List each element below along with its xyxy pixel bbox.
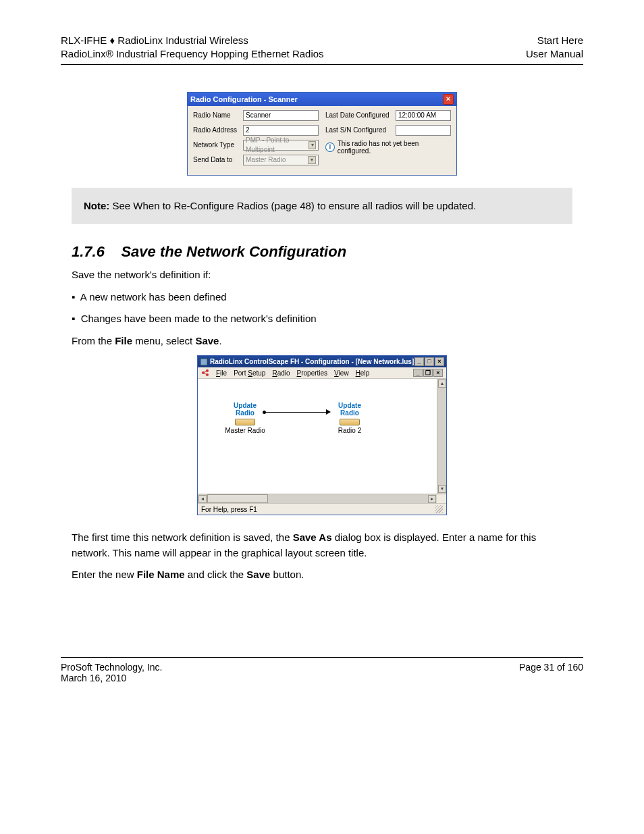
scroll-right-icon[interactable]: ▸ xyxy=(428,495,436,503)
section-number: 1.7.6 xyxy=(72,243,105,260)
network-canvas[interactable]: Update Radio Master Radio Update Radio R… xyxy=(198,379,446,494)
node-caption: Radio 2 xyxy=(329,427,370,434)
radio-config-dialog: Radio Configuration - Scanner × Radio Na… xyxy=(187,92,457,176)
header-left-2: RadioLinx® Industrial Frequency Hopping … xyxy=(61,47,324,61)
after-para-2: Enter the new File Name and click the Sa… xyxy=(72,567,572,583)
minimize-icon[interactable]: _ xyxy=(414,357,424,366)
send-data-to-label: Send Data to xyxy=(193,156,240,163)
send-data-to-select[interactable]: Master Radio ▾ xyxy=(243,155,319,165)
footer-date: March 16, 2010 xyxy=(61,673,162,683)
scroll-left-icon[interactable]: ◂ xyxy=(198,495,207,503)
section-heading: 1.7.6 Save the Network Configuration xyxy=(72,243,572,261)
window-title-text: RadioLinx ControlScape FH - Configuratio… xyxy=(210,358,414,365)
menu-port-setup[interactable]: Port Setup xyxy=(234,369,265,377)
bullet-1: ▪ A new network has been defined xyxy=(72,290,572,305)
menubar: File Port Setup Radio Properties View He… xyxy=(198,367,446,379)
mdi-restore-icon[interactable]: ❐ xyxy=(423,369,433,377)
info-text: This radio has not yet been configured. xyxy=(338,140,451,155)
menu-view[interactable]: View xyxy=(334,369,349,377)
bullet-2: ▪ Changes have been made to the network'… xyxy=(72,311,572,327)
radio-address-label: Radio Address xyxy=(193,126,240,134)
mdi-minimize-icon[interactable]: _ xyxy=(413,369,423,377)
after-para-1: The first time this network definition i… xyxy=(72,530,572,561)
update-label: Update xyxy=(225,402,265,410)
svg-rect-0 xyxy=(200,359,207,365)
close-icon[interactable]: × xyxy=(443,94,454,105)
last-date-label: Last Date Configured xyxy=(325,111,393,119)
radio-2-node[interactable]: Update Radio Radio 2 xyxy=(329,402,370,434)
note-block: Note: See When to Re-Configure Radios (p… xyxy=(72,188,572,225)
info-icon: i xyxy=(325,142,335,152)
dialog-title-text: Radio Configuration - Scanner xyxy=(190,95,298,103)
resize-grip-icon[interactable] xyxy=(435,505,443,513)
footer-left: ProSoft Technology, Inc. xyxy=(61,662,162,673)
page-footer: ProSoft Technology, Inc. March 16, 2010 … xyxy=(61,657,583,683)
network-type-label: Network Type xyxy=(193,141,240,149)
node-caption: Master Radio xyxy=(225,427,265,434)
app-icon xyxy=(200,358,208,366)
section-title: Save the Network Configuration xyxy=(121,243,346,260)
radio-icon xyxy=(235,419,255,425)
arrow-right-icon xyxy=(326,409,331,415)
radio-name-input[interactable]: Scanner xyxy=(243,110,319,121)
header-right-2: User Manual xyxy=(526,47,583,61)
chevron-down-icon[interactable]: ▾ xyxy=(308,141,316,149)
network-type-value: PMP - Point to Multipoint xyxy=(246,136,308,155)
link-line xyxy=(265,412,327,413)
radio-address-input[interactable]: 2 xyxy=(243,125,319,136)
controlscape-window: RadioLinx ControlScape FH - Configuratio… xyxy=(197,355,447,515)
last-sn-label: Last S/N Configured xyxy=(325,126,393,134)
statusbar: For Help, press F1 xyxy=(198,503,446,515)
radio-icon xyxy=(340,419,360,425)
mdi-close-icon[interactable]: × xyxy=(433,369,443,377)
header-rule xyxy=(61,64,583,65)
update-label: Update xyxy=(329,402,370,410)
scroll-up-icon[interactable]: ▴ xyxy=(438,380,446,388)
window-titlebar[interactable]: RadioLinx ControlScape FH - Configuratio… xyxy=(198,356,446,367)
menu-help[interactable]: Help xyxy=(356,369,370,377)
horizontal-scrollbar[interactable]: ◂ ▸ xyxy=(198,494,446,503)
chevron-down-icon[interactable]: ▾ xyxy=(308,156,316,164)
radio-label: Radio xyxy=(329,410,370,417)
section-para: Save the network's definition if: xyxy=(72,267,572,283)
last-sn-input[interactable] xyxy=(396,125,451,136)
last-date-input[interactable]: 12:00:00 AM xyxy=(396,110,451,121)
radio-name-label: Radio Name xyxy=(193,111,240,119)
menu-instruction: From the File menu, select Save. xyxy=(72,334,572,349)
radio-label: Radio xyxy=(225,410,265,417)
scroll-down-icon[interactable]: ▾ xyxy=(438,485,446,493)
menu-radio[interactable]: Radio xyxy=(272,369,290,377)
scroll-thumb[interactable] xyxy=(207,494,268,503)
page-header: RLX-IFHE ♦ RadioLinx Industrial Wireless… xyxy=(61,34,583,61)
menu-properties[interactable]: Properties xyxy=(297,369,328,377)
menu-file[interactable]: File xyxy=(216,369,227,377)
footer-right: Page 31 of 160 xyxy=(519,662,583,683)
network-type-select[interactable]: PMP - Point to Multipoint ▾ xyxy=(243,140,319,151)
note-text: See When to Re-Configure Radios (page 48… xyxy=(109,200,476,211)
header-left-1: RLX-IFHE ♦ RadioLinx Industrial Wireless xyxy=(61,34,324,47)
note-label: Note: xyxy=(84,200,109,211)
doc-icon xyxy=(201,369,209,377)
master-radio-node[interactable]: Update Radio Master Radio xyxy=(225,402,265,434)
dialog-titlebar[interactable]: Radio Configuration - Scanner × xyxy=(188,93,456,106)
send-data-to-value: Master Radio xyxy=(246,155,286,165)
status-text: For Help, press F1 xyxy=(201,506,257,513)
header-right-1: Start Here xyxy=(526,34,583,47)
vertical-scrollbar[interactable]: ▴ ▾ xyxy=(437,379,446,494)
close-icon[interactable]: × xyxy=(435,357,444,366)
maximize-icon[interactable]: □ xyxy=(425,357,434,366)
